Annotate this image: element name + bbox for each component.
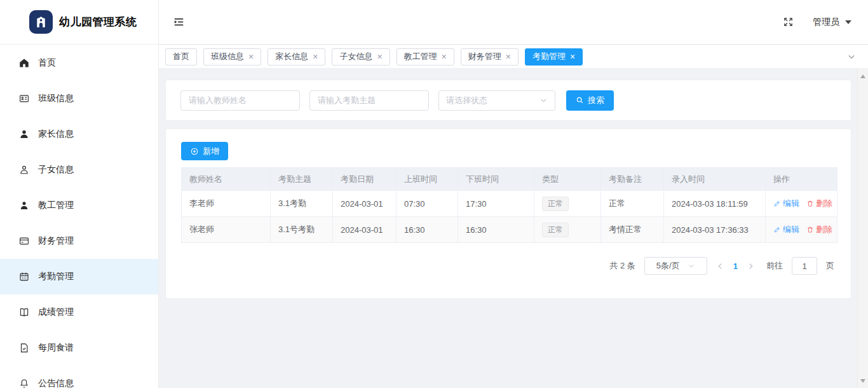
table-row: 张老师 3.1号考勤 2024-03-01 16:30 16:30 正常 考情正… — [182, 217, 837, 243]
edit-button[interactable]: 编辑 — [773, 198, 799, 209]
next-page-button[interactable] — [747, 262, 755, 270]
class-card-icon — [18, 93, 30, 104]
tab-child-info[interactable]: 子女信息 × — [332, 48, 390, 66]
col-entry-time: 录入时间 — [664, 168, 766, 191]
col-note: 考勤备注 — [601, 168, 664, 191]
page-size-label: 5条/页 — [656, 260, 680, 272]
add-button-label: 新增 — [203, 146, 219, 157]
logo-area: 幼儿园管理系统 — [0, 0, 158, 45]
cell-type: 正常 — [534, 191, 601, 217]
edit-label: 编辑 — [783, 198, 799, 209]
sidebar-item-label: 财务管理 — [38, 235, 74, 247]
search-button-label: 搜索 — [588, 95, 604, 106]
cell-actions: 编辑 删除 — [766, 217, 837, 243]
tab-close-icon[interactable]: × — [248, 52, 254, 61]
grades-book-icon — [18, 307, 30, 318]
page-number-current[interactable]: 1 — [733, 261, 738, 271]
trash-icon — [806, 226, 814, 233]
page-size-select[interactable]: 5条/页 — [644, 257, 707, 275]
chevron-down-icon — [688, 262, 695, 270]
col-teacher-name: 教师姓名 — [182, 168, 271, 191]
trash-icon — [806, 200, 814, 207]
tab-overflow-chevron[interactable] — [835, 45, 868, 67]
sidebar-item-label: 家长信息 — [38, 128, 74, 140]
page-unit-label: 页 — [826, 260, 834, 272]
scroll-up-icon[interactable] — [858, 71, 868, 81]
pagination: 共 2 条 5条/页 1 前往 页 — [181, 257, 836, 275]
delete-button[interactable]: 删除 — [806, 198, 832, 209]
cell-topic: 3.1考勤 — [271, 191, 333, 217]
teacher-name-input[interactable] — [189, 95, 292, 105]
col-end-time: 下班时间 — [458, 168, 534, 191]
tab-label: 家长信息 — [275, 51, 308, 62]
status-select[interactable]: 请选择状态 — [438, 90, 555, 111]
tab-class-info[interactable]: 班级信息 × — [203, 48, 261, 66]
cell-end: 16:30 — [458, 217, 534, 243]
add-button[interactable]: 新增 — [181, 142, 228, 160]
sidebar-item-grades-management[interactable]: 成绩管理 — [0, 294, 158, 330]
sidebar-item-label: 公告信息 — [38, 378, 74, 388]
attendance-topic-input-wrapper — [309, 90, 429, 111]
cell-note: 考情正常 — [601, 217, 664, 243]
edit-label: 编辑 — [783, 224, 799, 235]
cell-actions: 编辑 删除 — [766, 191, 837, 217]
goto-page-input[interactable] — [792, 257, 817, 275]
sidebar-item-class-info[interactable]: 班级信息 — [0, 81, 158, 116]
sidebar-item-attendance-management[interactable]: 考勤管理 — [0, 259, 158, 294]
fullscreen-icon[interactable] — [783, 17, 794, 27]
cell-teacher: 李老师 — [182, 191, 271, 217]
circle-plus-icon — [190, 147, 199, 156]
tab-label: 考勤管理 — [532, 51, 566, 62]
status-badge: 正常 — [542, 223, 569, 237]
vertical-scrollbar[interactable] — [857, 69, 868, 388]
sidebar-item-label: 子女信息 — [38, 164, 74, 176]
tab-label: 子女信息 — [339, 51, 372, 62]
search-button[interactable]: 搜索 — [566, 90, 614, 111]
cell-note: 正常 — [601, 191, 664, 217]
prev-page-button[interactable] — [716, 262, 724, 270]
sidebar-item-child-info[interactable]: 子女信息 — [0, 152, 158, 188]
cell-start: 07:30 — [397, 191, 458, 217]
sidebar-item-finance-management[interactable]: 财务管理 — [0, 223, 158, 259]
edit-button[interactable]: 编辑 — [773, 224, 799, 235]
notice-bell-icon — [18, 378, 30, 388]
scroll-down-icon[interactable] — [858, 375, 868, 386]
fold-menu-icon[interactable] — [173, 16, 185, 28]
cell-date: 2024-03-01 — [333, 217, 397, 243]
tab-close-icon[interactable]: × — [570, 52, 575, 61]
sidebar-item-parent-info[interactable]: 家长信息 — [0, 116, 158, 152]
tab-home[interactable]: 首页 — [165, 48, 197, 66]
sidebar-item-label: 考勤管理 — [38, 271, 74, 282]
tab-attendance-management[interactable]: 考勤管理 × — [525, 48, 583, 66]
staff-user-icon — [18, 200, 30, 211]
tab-finance-management[interactable]: 财务管理 × — [461, 48, 519, 66]
sidebar: 幼儿园管理系统 首页 班级信息 家长信息 — [0, 0, 159, 388]
sidebar-item-label: 教工管理 — [38, 200, 74, 211]
tab-close-icon[interactable]: × — [506, 52, 511, 61]
tab-close-icon[interactable]: × — [377, 52, 382, 61]
cell-entry-time: 2024-03-03 18:11:59 — [664, 191, 766, 217]
tab-staff-management[interactable]: 教工管理 × — [397, 48, 454, 66]
col-start-time: 上班时间 — [397, 168, 458, 191]
app-logo-icon — [29, 10, 53, 34]
topbar-right: 管理员 — [783, 17, 851, 28]
main-content: 请选择状态 搜索 新增 教师姓名 考勤主题 — [159, 69, 857, 388]
tab-label: 财务管理 — [468, 51, 501, 62]
attendance-table: 教师姓名 考勤主题 考勤日期 上班时间 下班时间 类型 考勤备注 录入时间 操作… — [181, 167, 837, 243]
search-icon — [576, 96, 584, 104]
tab-close-icon[interactable]: × — [442, 52, 447, 61]
pencil-icon — [773, 226, 781, 233]
tab-parent-info[interactable]: 家长信息 × — [268, 48, 325, 66]
attendance-topic-input[interactable] — [318, 95, 421, 105]
attendance-calendar-icon — [18, 271, 30, 282]
tab-close-icon[interactable]: × — [313, 52, 318, 61]
admin-dropdown[interactable]: 管理员 — [813, 17, 851, 28]
delete-button[interactable]: 删除 — [806, 224, 832, 235]
cell-date: 2024-03-01 — [333, 191, 397, 217]
sidebar-item-weekly-menu[interactable]: 每周食谱 — [0, 330, 158, 366]
pencil-icon — [773, 200, 781, 207]
delete-label: 删除 — [816, 198, 832, 209]
sidebar-item-home[interactable]: 首页 — [0, 45, 158, 81]
sidebar-item-notice-info[interactable]: 公告信息 — [0, 366, 158, 388]
sidebar-item-staff-management[interactable]: 教工管理 — [0, 188, 158, 223]
